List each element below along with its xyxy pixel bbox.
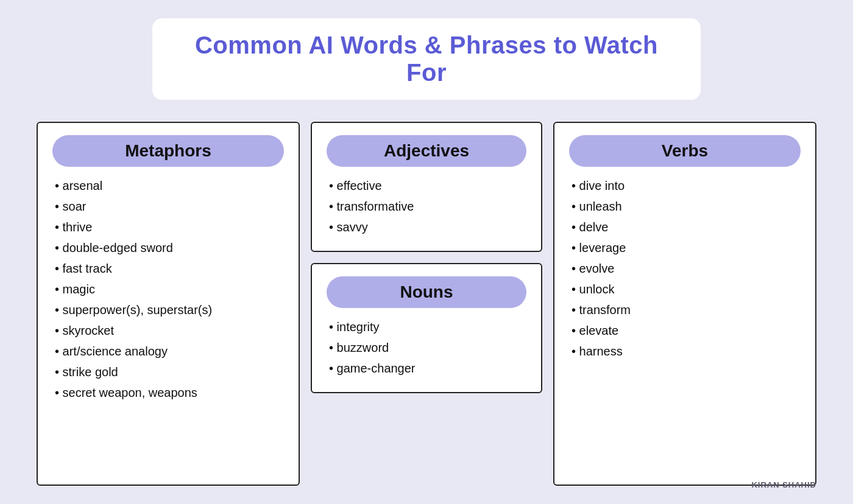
nouns-box: Nouns integrity buzzword game-changer [311, 263, 542, 393]
nouns-header: Nouns [327, 276, 526, 308]
list-item: skyrocket [52, 321, 284, 340]
list-item: transformative [327, 197, 526, 215]
list-item: thrive [52, 218, 284, 236]
list-item: secret weapon, weapons [52, 383, 284, 402]
list-item: strike gold [52, 363, 284, 381]
list-item: dive into [569, 177, 801, 195]
list-item: integrity [327, 318, 526, 336]
list-item: superpower(s), superstar(s) [52, 301, 284, 319]
list-item: delve [569, 218, 801, 236]
metaphors-list: arsenal soar thrive double-edged sword f… [52, 177, 284, 402]
nouns-list: integrity buzzword game-changer [327, 318, 526, 377]
middle-column: Adjectives effective transformative savv… [311, 122, 542, 486]
metaphors-column: Metaphors arsenal soar thrive double-edg… [37, 122, 300, 486]
list-item: savvy [327, 218, 526, 236]
columns-container: Metaphors arsenal soar thrive double-edg… [37, 122, 816, 486]
verbs-list: dive into unleash delve leverage evolve … [569, 177, 801, 360]
title-container: Common AI Words & Phrases to Watch For [152, 18, 701, 100]
list-item: fast track [52, 259, 284, 278]
adjectives-box: Adjectives effective transformative savv… [311, 122, 542, 252]
page-title: Common AI Words & Phrases to Watch For [195, 32, 658, 86]
adjectives-list: effective transformative savvy [327, 177, 526, 236]
list-item: harness [569, 342, 801, 360]
list-item: double-edged sword [52, 239, 284, 257]
adjectives-header: Adjectives [327, 135, 526, 167]
list-item: elevate [569, 321, 801, 340]
list-item: magic [52, 280, 284, 298]
list-item: unlock [569, 280, 801, 298]
list-item: art/science analogy [52, 342, 284, 360]
list-item: unleash [569, 197, 801, 215]
list-item: buzzword [327, 338, 526, 357]
list-item: effective [327, 177, 526, 195]
verbs-header: Verbs [569, 135, 801, 167]
list-item: game-changer [327, 359, 526, 377]
list-item: arsenal [52, 177, 284, 195]
metaphors-header: Metaphors [52, 135, 284, 167]
list-item: transform [569, 301, 801, 319]
list-item: soar [52, 197, 284, 215]
list-item: evolve [569, 259, 801, 278]
footer-credit: KIRAN SHAHID [751, 480, 816, 489]
verbs-column: Verbs dive into unleash delve leverage e… [553, 122, 816, 486]
list-item: leverage [569, 239, 801, 257]
